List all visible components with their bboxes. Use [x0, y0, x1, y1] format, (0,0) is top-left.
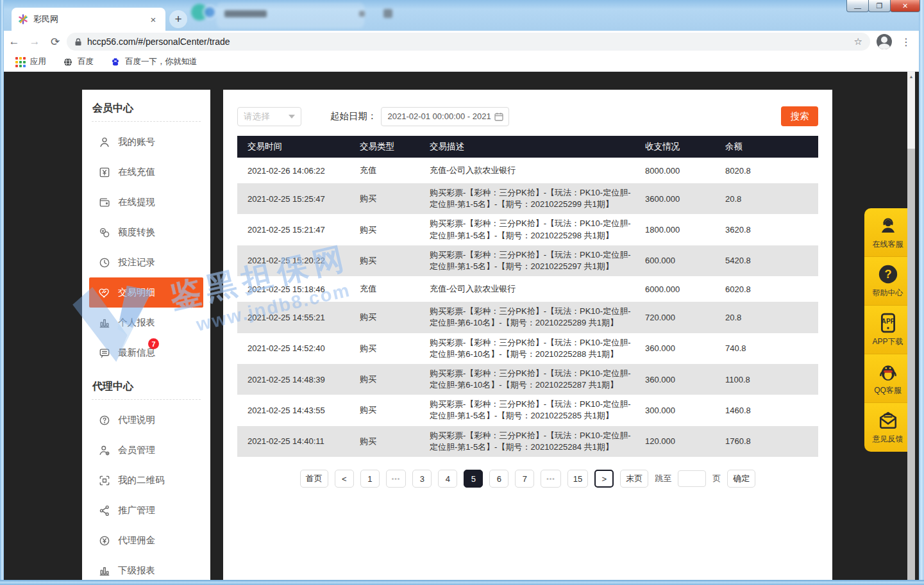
cell-type: 充值 [349, 283, 430, 295]
page-button[interactable]: ••• [386, 470, 407, 488]
page-button[interactable]: > [594, 470, 614, 488]
transfer-icon [98, 226, 111, 239]
page-button[interactable]: < [335, 470, 354, 488]
table-row: 2021-02-26 14:06:22充值充值-公司入款农业银行8000.000… [237, 158, 818, 183]
bookmarks-bar: 应用百度百度一下，你就知道 [4, 53, 919, 72]
sidebar-item[interactable]: 在线提现 [82, 187, 210, 217]
cell-desc: 购买彩票-【彩种：三分PK拾】-【玩法：PK10-定位胆-定位胆-第6-10名】… [430, 368, 635, 391]
back-icon[interactable]: ← [4, 35, 24, 48]
cell-desc: 购买彩票-【彩种：三分PK拾】-【玩法：PK10-定位胆-定位胆-第6-10名】… [430, 337, 635, 360]
page-button[interactable]: 首页 [300, 470, 328, 488]
cell-amount: 3600.000 [635, 194, 715, 204]
cell-type: 购买 [349, 436, 430, 447]
service-menu-label: QQ客服 [874, 385, 902, 396]
jump-page-input[interactable] [678, 470, 706, 487]
page-button[interactable]: ••• [541, 470, 561, 488]
sidebar-item[interactable]: 在线充值 [82, 157, 210, 187]
service-menu-item[interactable]: ?帮助中心 [864, 257, 911, 306]
bookmark-label: 应用 [30, 56, 46, 67]
cell-desc: 购买彩票-【彩种：三分PK拾】-【玩法：PK10-定位胆-定位胆-第1-5名】-… [430, 218, 635, 241]
table-row: 2021-02-25 15:18:46充值充值-公司入款农业银行6000.000… [237, 276, 818, 302]
sidebar-item[interactable]: 交易明细 [89, 277, 203, 308]
service-menu-item[interactable]: 在线客服 [864, 208, 911, 257]
sidebar-item-label: 个人报表 [118, 317, 155, 329]
cell-time: 2021-02-25 14:43:55 [237, 406, 349, 415]
sidebar-item[interactable]: 投注记录 [82, 247, 210, 277]
sidebar-item[interactable]: 我的账号 [82, 127, 210, 157]
sidebar-item[interactable]: 代理佣金 [82, 525, 210, 556]
cell-balance: 20.8 [715, 194, 818, 204]
sidebar-item-label: 代理佣金 [118, 534, 155, 547]
sidebar-item[interactable]: 我的二维码 [82, 465, 210, 495]
apps-grid-icon [15, 57, 26, 67]
table-row: 2021-02-25 14:48:39购买购买彩票-【彩种：三分PK拾】-【玩法… [237, 364, 818, 395]
date-range-input[interactable]: 2021-02-01 00:00:00 - 2021 [381, 107, 509, 126]
url-text[interactable]: hccp56.com/#/personalCenter/trade [87, 37, 230, 47]
bookmark-item[interactable]: 应用 [15, 56, 46, 67]
scrollbar-up-arrow[interactable]: ▲ [907, 72, 915, 81]
page-button[interactable]: 6 [489, 470, 508, 488]
minimize-button[interactable]: — [846, 0, 869, 12]
cell-time: 2021-02-25 15:25:47 [237, 194, 349, 204]
help-icon [98, 414, 111, 427]
help-center-icon: ? [877, 264, 899, 284]
page-button[interactable]: 7 [515, 470, 534, 488]
browser-scrollbar[interactable]: ▲ [907, 72, 915, 580]
forward-icon[interactable]: → [24, 35, 45, 48]
sidebar-item-label: 会员管理 [118, 444, 155, 456]
page-button[interactable]: 4 [438, 470, 457, 488]
close-button[interactable]: ✕ [890, 0, 920, 12]
new-tab-button[interactable]: + [169, 10, 187, 28]
sidebar-item[interactable]: 推广管理 [82, 495, 210, 525]
sidebar-item-label: 投注记录 [118, 256, 155, 268]
scrollbar-thumb[interactable] [907, 149, 915, 580]
sidebar-item[interactable]: 会员管理 [82, 435, 210, 465]
subreport-icon [98, 564, 111, 577]
maximize-button[interactable]: ❐ [868, 0, 891, 12]
cell-amount: 360.000 [635, 343, 715, 353]
window-frame-right [919, 0, 924, 585]
service-menu-item[interactable]: APPAPP下载 [864, 306, 911, 354]
page-viewport: 会员中心我的账号在线充值在线提现额度转换投注记录交易明细个人报表最新信息7代理中… [4, 72, 911, 585]
table-row: 2021-02-25 14:40:11购买购买彩票-【彩种：三分PK拾】-【玩法… [237, 426, 818, 457]
share-icon [98, 504, 111, 517]
recharge-icon [98, 166, 111, 179]
service-menu-item[interactable]: QQ客服 [864, 354, 911, 403]
calendar-icon[interactable] [494, 112, 503, 121]
screen: — ❐ ✕ 彩民网 × + ← → ⟳ hccp56.com [0, 0, 924, 585]
table-header-row: 交易时间交易类型交易描述收支情况余额 [237, 136, 818, 158]
search-button[interactable]: 搜索 [781, 106, 818, 126]
tab-close-icon[interactable]: × [147, 14, 159, 25]
page-button[interactable]: 3 [412, 470, 432, 488]
cell-balance: 6020.8 [715, 284, 818, 294]
page-button[interactable]: 1 [360, 470, 380, 488]
browser-tab[interactable]: 彩民网 × [12, 8, 165, 31]
history-icon [98, 256, 111, 269]
cell-time: 2021-02-25 14:40:11 [237, 436, 349, 446]
menu-kebab-icon[interactable]: ⋮ [901, 36, 911, 48]
cell-balance: 1460.8 [715, 406, 818, 415]
withdraw-icon [98, 196, 111, 209]
bookmark-item[interactable]: 百度 [63, 56, 94, 67]
colorful-star-icon [18, 14, 28, 24]
page-button[interactable]: 15 [567, 470, 588, 488]
cell-time: 2021-02-25 15:21:47 [237, 225, 349, 235]
service-menu-item[interactable]: 意见反馈 [864, 403, 911, 452]
bookmark-item[interactable]: 百度一下，你就知道 [110, 56, 197, 67]
sidebar-item[interactable]: 额度转换 [82, 217, 210, 247]
background-window-newtab [383, 9, 392, 18]
sidebar-item[interactable]: 代理说明 [82, 405, 210, 435]
refresh-icon[interactable]: ⟳ [45, 35, 65, 49]
page-button[interactable]: 末页 [620, 470, 648, 488]
page-button[interactable]: 5 [464, 470, 483, 488]
bookmark-star-icon[interactable]: ☆ [854, 36, 862, 47]
profile-avatar[interactable] [877, 34, 892, 49]
cell-type: 购买 [349, 343, 430, 354]
sidebar-item[interactable]: 最新信息7 [82, 338, 210, 368]
cell-time: 2021-02-25 14:52:40 [237, 343, 349, 353]
jump-confirm-button[interactable]: 确定 [727, 470, 755, 488]
address-bar[interactable]: hccp56.com/#/personalCenter/trade ☆ [67, 33, 870, 51]
dashed-divider [92, 121, 201, 122]
type-select[interactable]: 请选择 [237, 107, 301, 126]
sidebar-item[interactable]: 个人报表 [82, 308, 210, 338]
